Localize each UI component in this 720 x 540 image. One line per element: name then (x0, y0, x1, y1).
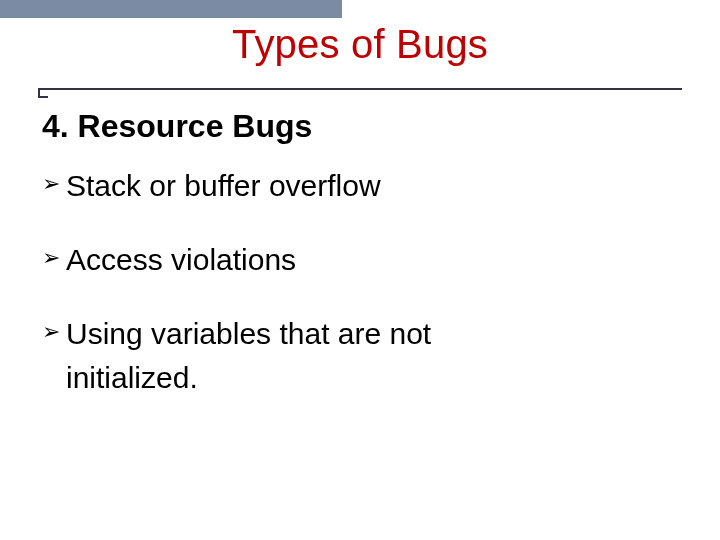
section-heading: 4. Resource Bugs (42, 108, 312, 145)
list-item-line1: Using variables that are not (66, 312, 690, 356)
list-item-text: Using variables that are not initialized… (66, 312, 690, 400)
slide-title: Types of Bugs (0, 22, 720, 67)
list-item: ➢ Using variables that are not initializ… (42, 312, 690, 400)
list-item-line2: initialized. (66, 356, 690, 400)
decorative-top-bar (0, 0, 342, 18)
arrow-bullet-icon: ➢ (42, 312, 66, 350)
list-item: ➢ Access violations (42, 238, 690, 282)
corner-decoration-icon (38, 88, 48, 98)
horizontal-rule (38, 88, 682, 90)
list-item-text: Access violations (66, 238, 690, 282)
list-item-text: Stack or buffer overflow (66, 164, 690, 208)
bullet-list: ➢ Stack or buffer overflow ➢ Access viol… (42, 164, 690, 430)
slide: Types of Bugs 4. Resource Bugs ➢ Stack o… (0, 0, 720, 540)
arrow-bullet-icon: ➢ (42, 164, 66, 202)
list-item: ➢ Stack or buffer overflow (42, 164, 690, 208)
arrow-bullet-icon: ➢ (42, 238, 66, 276)
